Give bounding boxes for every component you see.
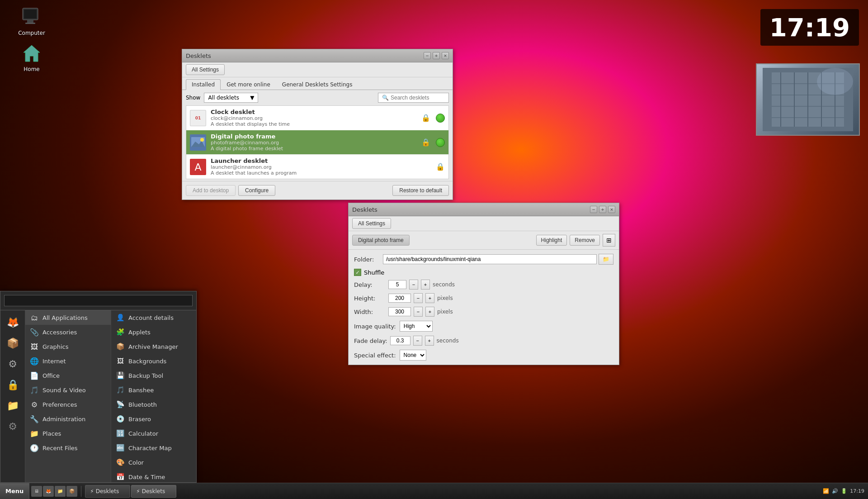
taskbar-icon-4[interactable]: 📦 (66, 486, 77, 497)
delay-decrease-button[interactable]: − (409, 280, 418, 290)
sidebar-icon-gear[interactable]: ⚙ (3, 416, 23, 436)
taskbar-icon-2[interactable]: 🦊 (43, 486, 54, 497)
configure-button[interactable]: Configure (238, 185, 275, 196)
menu-category-office[interactable]: 📄 Office (25, 368, 111, 383)
minimize-button[interactable]: − (424, 52, 431, 59)
graphics-icon: 🖼 (30, 342, 39, 351)
desktop-icon-home[interactable]: Home (14, 41, 50, 74)
fade-delay-input[interactable] (390, 336, 410, 345)
administration-icon: 🔧 (30, 414, 39, 423)
desktop-icon-computer[interactable]: Computer (14, 5, 50, 38)
desklets-tabs: Installed Get more online General Deskle… (182, 77, 453, 90)
menu-app-banshee[interactable]: 🎵 Banshee (111, 383, 196, 397)
menu-category-recent[interactable]: 🕐 Recent Files (25, 441, 111, 455)
taskbar-window-icon-1: ⚡ (90, 488, 94, 494)
sidebar-icon-settings[interactable]: ⚙ (3, 354, 23, 374)
delay-increase-button[interactable]: + (421, 280, 430, 290)
height-decrease-button[interactable]: − (414, 293, 423, 303)
width-increase-button[interactable]: + (425, 307, 434, 317)
height-increase-button[interactable]: + (425, 293, 434, 303)
width-decrease-button[interactable]: − (414, 307, 423, 317)
clock-desklet-author: clock@cinnamon.org (211, 115, 417, 121)
highlight-button[interactable]: Highlight (536, 235, 567, 246)
config-minimize-button[interactable]: − (590, 206, 597, 213)
menu-category-places[interactable]: 📁 Places (25, 426, 111, 441)
config-all-settings-button[interactable]: All Settings (352, 218, 391, 229)
photo-frame-image (757, 64, 859, 135)
menu-app-applets[interactable]: 🧩 Applets (111, 325, 196, 339)
sidebar-icon-lock[interactable]: 🔒 (3, 375, 23, 394)
image-quality-select[interactable]: High Medium Low (400, 321, 433, 332)
menu-app-backgrounds[interactable]: 🖼 Backgrounds (111, 354, 196, 368)
desklet-tab-button[interactable]: Digital photo frame (352, 235, 410, 246)
menu-category-graphics[interactable]: 🖼 Graphics (25, 339, 111, 354)
menu-app-brasero[interactable]: 💿 Brasero (111, 412, 196, 426)
launcher-desklet-author: launcher@cinnamon.org (211, 164, 431, 170)
sidebar-icon-firefox[interactable]: 🦊 (3, 312, 23, 332)
internet-icon: 🌐 (30, 356, 39, 366)
config-maximize-button[interactable]: + (599, 206, 606, 213)
close-button[interactable]: × (442, 52, 449, 59)
menu-app-bluetooth[interactable]: 📡 Bluetooth (111, 397, 196, 412)
shuffle-checkbox[interactable]: ✓ (354, 269, 361, 276)
show-filter-row: Show All desklets ▼ 🔍 (182, 90, 453, 105)
add-to-desktop-button[interactable]: Add to desktop (186, 185, 236, 196)
menu-app-archive-manager[interactable]: 📦 Archive Manager (111, 339, 196, 354)
menu-category-preferences[interactable]: ⚙ Preferences (25, 397, 111, 412)
tab-get-more[interactable]: Get more online (221, 79, 276, 90)
svg-rect-1 (24, 10, 37, 19)
places-icon: 📁 (30, 429, 39, 438)
photo-frame-status-dot (436, 138, 445, 147)
menu-category-administration[interactable]: 🔧 Administration (25, 412, 111, 426)
menu-app-color[interactable]: 🎨 Color (111, 455, 196, 470)
backgrounds-icon: 🖼 (116, 356, 125, 366)
menu-category-internet[interactable]: 🌐 Internet (25, 354, 111, 368)
tab-general[interactable]: General Desklets Settings (276, 79, 359, 90)
menu-app-date-time[interactable]: 📅 Date & Time (111, 470, 196, 482)
taskbar-window-desklets-2[interactable]: ⚡ Desklets (131, 485, 176, 498)
tab-installed[interactable]: Installed (186, 79, 221, 90)
image-quality-row: Image quality: High Medium Low (349, 318, 619, 334)
photo-frame-desklet-author: photoframe@cinnamon.org (211, 140, 417, 146)
taskbar-window-desklets-1[interactable]: ⚡ Desklets (85, 485, 130, 498)
fade-delay-unit: seconds (437, 337, 459, 344)
folder-input[interactable] (383, 254, 597, 264)
menu-app-account-details[interactable]: 👤 Account details (111, 310, 196, 325)
menu-category-sound-video[interactable]: 🎵 Sound & Video (25, 383, 111, 397)
menu-app-calculator[interactable]: 🔢 Calculator (111, 426, 196, 441)
height-input[interactable] (388, 294, 411, 303)
tray-time: 17:19 (850, 488, 864, 494)
search-input[interactable] (391, 95, 445, 101)
delay-input[interactable] (388, 280, 406, 289)
taskbar-icon-3[interactable]: 📁 (55, 486, 66, 497)
taskbar: Menu 🖥 🦊 📁 📦 ⚡ Desklets ⚡ Desklets 📶 🔊 🔋… (0, 483, 868, 499)
remove-button[interactable]: Remove (570, 235, 600, 246)
desklet-item-photo-frame[interactable]: Digital photo frame photoframe@cinnamon.… (186, 130, 448, 155)
sidebar-icon-folder[interactable]: 📁 (3, 395, 23, 415)
menu-app-backup-tool[interactable]: 💾 Backup Tool (111, 368, 196, 383)
launcher-desklet-name: Launcher desklet (211, 157, 431, 164)
maximize-button[interactable]: + (433, 52, 440, 59)
desklet-item-launcher[interactable]: A Launcher desklet launcher@cinnamon.org… (186, 155, 448, 179)
fade-delay-decrease-button[interactable]: − (413, 336, 422, 346)
desklets-main-toolbar: All Settings (182, 62, 453, 77)
menu-app-character-map[interactable]: 🔤 Character Map (111, 441, 196, 455)
menu-category-accessories[interactable]: 📎 Accessories (25, 325, 111, 339)
restore-to-default-button[interactable]: Restore to default (392, 185, 449, 196)
show-dropdown[interactable]: All desklets ▼ (204, 93, 258, 103)
all-settings-button[interactable]: All Settings (186, 64, 225, 75)
desklet-item-clock[interactable]: 01 Clock desklet clock@cinnamon.org A de… (186, 106, 448, 130)
menu-category-all[interactable]: 🗂 All Applications (25, 310, 111, 325)
special-effect-select[interactable]: None Fade Slide (400, 350, 426, 361)
menu-search-input[interactable] (4, 295, 193, 306)
sidebar-icon-files[interactable]: 📦 (3, 333, 23, 353)
photo-frame-desklet-controls: 🔒 (421, 138, 445, 147)
config-extra-button[interactable]: ⊞ (603, 234, 615, 247)
fade-delay-increase-button[interactable]: + (425, 336, 434, 346)
folder-browse-button[interactable]: 📁 (599, 254, 613, 265)
config-close-button[interactable]: × (608, 206, 615, 213)
menu-button[interactable]: Menu (0, 483, 29, 499)
taskbar-icon-1[interactable]: 🖥 (31, 486, 42, 497)
width-input[interactable] (388, 307, 411, 316)
width-row: Width: − + pixels (349, 305, 619, 318)
